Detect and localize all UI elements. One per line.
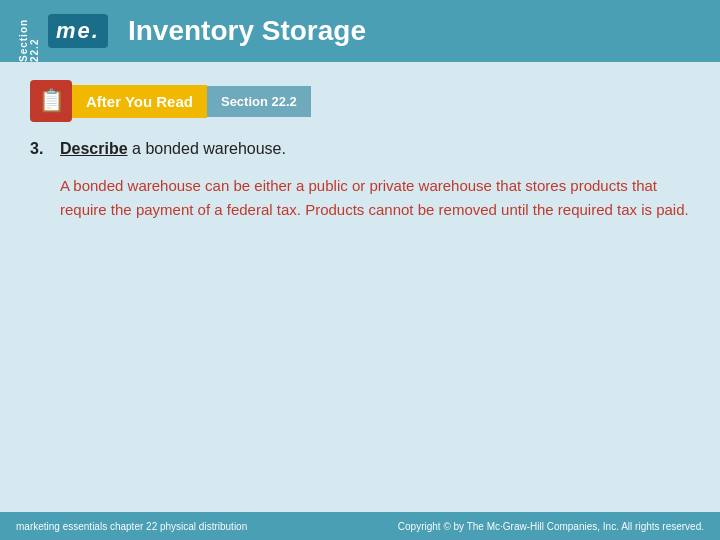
header: Section 22.2 me. Inventory Storage [0, 0, 720, 62]
logo: me. [48, 14, 108, 48]
section-label: Section 22.2 [18, 0, 40, 62]
question-number: 3. [30, 140, 60, 158]
page-title: Inventory Storage [128, 15, 366, 47]
footer-left: marketing essentials chapter 22 physical… [16, 521, 247, 532]
logo-text: me. [48, 14, 108, 48]
question-block: 3. Describe a bonded warehouse. [30, 140, 690, 158]
question-text: Describe a bonded warehouse. [60, 140, 286, 158]
footer-right: Copyright © by The Mc·Graw-Hill Companie… [398, 521, 704, 532]
answer-block: A bonded warehouse can be either a publi… [60, 174, 690, 222]
after-you-read-bar: 📋 After You Read Section 22.2 [30, 80, 690, 122]
main-content: 📋 After You Read Section 22.2 3. Describ… [0, 62, 720, 512]
question-keyword: Describe [60, 140, 128, 157]
answer-text: A bonded warehouse can be either a publi… [60, 174, 690, 222]
footer: marketing essentials chapter 22 physical… [0, 512, 720, 540]
icon-box: 📋 [30, 80, 72, 122]
after-you-read-label: After You Read [72, 85, 207, 118]
section-badge: Section 22.2 [207, 86, 311, 117]
book-icon: 📋 [38, 88, 65, 114]
